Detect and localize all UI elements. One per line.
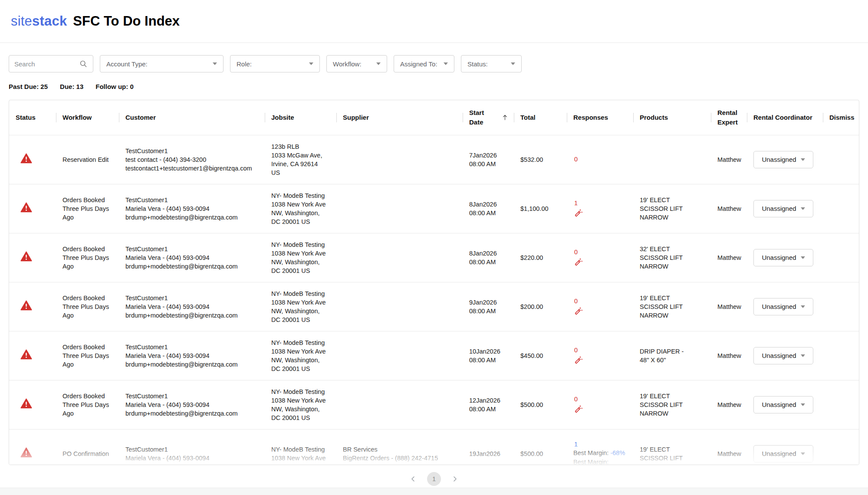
- column-header-dismiss: Dismiss: [823, 100, 859, 135]
- customer-cell: TestCustomer1 Mariela Vera - (404) 593-0…: [119, 282, 265, 331]
- status-filter[interactable]: Status:: [461, 55, 522, 72]
- filter-bar: Account Type: Role: Workflow: Assigned T…: [9, 55, 859, 72]
- workflow-filter[interactable]: Workflow:: [326, 55, 387, 72]
- supplier-cell: [336, 380, 463, 429]
- jobsite-cell: NY- ModeB Testing 1038 New York Ave NW, …: [265, 184, 336, 233]
- start-date-cell: 8Jan2026 08:00 AM: [463, 233, 514, 282]
- logo-text-light: site: [11, 13, 32, 29]
- column-header-workflow: Workflow: [56, 100, 119, 135]
- magic-wand-icon[interactable]: [573, 355, 583, 365]
- previous-page-icon[interactable]: [410, 475, 417, 482]
- app-logo: sitestack: [11, 13, 67, 29]
- responses-cell: 0: [567, 282, 633, 331]
- responses-count[interactable]: 1: [574, 199, 628, 207]
- todo-table: Status Workflow Customer Jobsite Supplie…: [9, 100, 859, 465]
- rental-coordinator-select[interactable]: Unassigned: [753, 445, 813, 462]
- rental-expert-cell: Matthew: [711, 380, 747, 429]
- responses-count[interactable]: 1: [574, 440, 628, 449]
- rental-coordinator-select[interactable]: Unassigned: [753, 151, 813, 168]
- responses-cell: 0: [567, 135, 633, 184]
- past-due-count: Past Due: 25: [9, 83, 48, 90]
- products-cell: 19' ELECT SCISSOR LIFT NARROW: [633, 380, 711, 429]
- rental-coordinator-cell: Unassigned: [747, 331, 823, 380]
- rental-coordinator-select[interactable]: Unassigned: [753, 200, 813, 217]
- supplier-cell: [336, 282, 463, 331]
- responses-count[interactable]: 0: [574, 297, 628, 305]
- responses-cell: 1: [567, 184, 633, 233]
- status-cell: [9, 135, 56, 184]
- warning-icon: [20, 300, 32, 311]
- account-type-filter-label: Account Type:: [106, 60, 148, 68]
- jobsite-cell: 123b RLB 1033 McGaw Ave, Irvine, CA 9261…: [265, 135, 336, 184]
- role-filter[interactable]: Role:: [230, 55, 320, 72]
- workflow-cell: Orders Booked Three Plus Days Ago: [56, 380, 119, 429]
- current-page[interactable]: 1: [427, 472, 441, 486]
- workflow-cell: PO Confirmation: [56, 429, 119, 465]
- column-header-start-date[interactable]: Start Date: [463, 100, 514, 135]
- warning-icon: [20, 447, 32, 458]
- rental-coordinator-cell: Unassigned: [747, 380, 823, 429]
- products-cell: 19' ELECT SCISSOR LIFT: [633, 429, 711, 465]
- status-cell: [9, 429, 56, 465]
- rental-coordinator-cell: Unassigned: [747, 135, 823, 184]
- rental-expert-cell: Matthew: [711, 331, 747, 380]
- warning-icon: [20, 398, 32, 409]
- responses-count[interactable]: 0: [574, 395, 628, 403]
- chevron-down-icon: [801, 354, 805, 357]
- chevron-down-icon: [444, 62, 448, 65]
- products-cell: DRIP DIAPER - 48" X 60": [633, 331, 711, 380]
- products-cell: [633, 135, 711, 184]
- supplier-cell: [336, 233, 463, 282]
- best-margin: Best Margin: -68%: [573, 449, 628, 458]
- jobsite-cell: NY- ModeB Testing 1038 New York Ave NW, …: [265, 233, 336, 282]
- responses-count[interactable]: 0: [574, 155, 628, 164]
- table-row: Orders Booked Three Plus Days AgoTestCus…: [9, 282, 859, 331]
- assigned-to-filter[interactable]: Assigned To:: [394, 55, 454, 72]
- warning-icon: [20, 251, 32, 262]
- dismiss-cell: [823, 233, 859, 282]
- rental-coordinator-select[interactable]: Unassigned: [753, 298, 813, 315]
- column-header-rental-coordinator: Rental Coordinator: [747, 100, 823, 135]
- magic-wand-icon[interactable]: [573, 257, 583, 267]
- responses-count[interactable]: 0: [574, 248, 628, 256]
- supplier-cell: [336, 184, 463, 233]
- column-header-jobsite: Jobsite: [265, 100, 336, 135]
- rental-coordinator-value: Unassigned: [762, 352, 796, 359]
- best-margin-value[interactable]: -68%: [610, 449, 625, 456]
- column-header-rental-expert: Rental Expert: [711, 100, 747, 135]
- responses-cell: 0: [567, 233, 633, 282]
- magic-wand-icon[interactable]: [573, 208, 583, 218]
- column-header-supplier: Supplier: [336, 100, 463, 135]
- chevron-down-icon: [511, 62, 515, 65]
- app-header: sitestack SFC To Do Index: [0, 0, 868, 43]
- rental-expert-cell: Matthew: [711, 184, 747, 233]
- warning-icon: [20, 202, 32, 213]
- page-title: SFC To Do Index: [73, 13, 180, 29]
- sort-ascending-icon[interactable]: [501, 114, 509, 121]
- rental-expert-cell: Matthew: [711, 233, 747, 282]
- chevron-down-icon: [801, 452, 805, 455]
- start-date-cell: 12Jan2026 08:00 AM: [463, 380, 514, 429]
- total-cell: $500.00: [514, 380, 567, 429]
- rental-coordinator-select[interactable]: Unassigned: [753, 249, 813, 266]
- magic-wand-icon[interactable]: [573, 404, 583, 414]
- responses-count[interactable]: 0: [574, 346, 628, 354]
- rental-coordinator-select[interactable]: Unassigned: [753, 396, 813, 413]
- magic-wand-icon[interactable]: [573, 306, 583, 316]
- search-input[interactable]: [14, 60, 79, 68]
- status-filter-label: Status:: [467, 60, 488, 68]
- dismiss-cell: [823, 282, 859, 331]
- customer-cell: TestCustomer1 test contact - (404) 394-3…: [119, 135, 265, 184]
- start-date-cell: 19Jan2026: [463, 429, 514, 465]
- rental-coordinator-select[interactable]: Unassigned: [753, 347, 813, 364]
- dismiss-cell: [823, 380, 859, 429]
- best-margin-label: Best Margin:: [573, 449, 608, 456]
- column-header-status: Status: [9, 100, 56, 135]
- chevron-down-icon: [213, 62, 217, 65]
- account-type-filter[interactable]: Account Type:: [100, 55, 224, 72]
- table-row: Orders Booked Three Plus Days AgoTestCus…: [9, 380, 859, 429]
- customer-cell: TestCustomer1 Mariela Vera - (404) 593-0…: [119, 184, 265, 233]
- next-page-icon[interactable]: [451, 475, 458, 482]
- workflow-cell: Orders Booked Three Plus Days Ago: [56, 282, 119, 331]
- status-cell: [9, 184, 56, 233]
